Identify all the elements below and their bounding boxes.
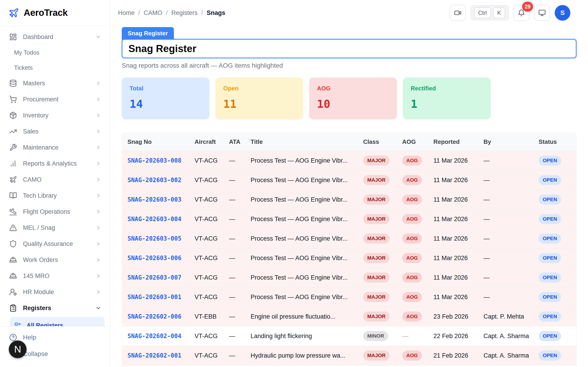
sidebar-item-quality-assurance[interactable]: Quality Assurance	[0, 236, 110, 252]
snag-number-link[interactable]: SNAG-202603-002	[128, 177, 182, 184]
status-badge: OPEN	[539, 214, 561, 224]
table-row[interactable]: SNAG-202602-006 VT-EBB — Engine oil pres…	[122, 307, 576, 326]
help-circle-icon	[9, 334, 17, 341]
sidebar-item-work-orders[interactable]: Work Orders	[0, 252, 110, 268]
sidebar-subitem-tickets[interactable]: Tickets	[0, 60, 110, 75]
snag-number-link[interactable]: SNAG-202602-006	[128, 313, 182, 320]
sidebar-item-flight-operations[interactable]: Flight Operations	[0, 204, 110, 220]
sidebar-item-mel-snag[interactable]: MEL / Snag	[0, 220, 110, 236]
aog-badge: AOG	[402, 311, 422, 322]
sidebar-item-hr-module[interactable]: HR Module	[0, 284, 110, 300]
table-row[interactable]: SNAG-202602-001 VT-ACG — Hydraulic pump …	[122, 346, 576, 365]
table-row[interactable]: SNAG-202603-007 VT-ACG — Process Test — …	[122, 268, 576, 287]
sidebar-item-tech-library[interactable]: Tech Library	[0, 188, 110, 204]
cell-by: —	[484, 255, 539, 262]
table-row[interactable]: SNAG-202603-004 VT-ACG — Process Test — …	[122, 209, 576, 229]
database-icon	[9, 79, 17, 87]
breadcrumb-item-home[interactable]: Home	[118, 9, 135, 17]
sidebar-item-reports-analytics[interactable]: Reports & Analytics	[0, 156, 110, 172]
snag-number-link[interactable]: SNAG-202603-004	[128, 216, 182, 223]
sidebar-subitem-label: My Todos	[14, 49, 40, 56]
help-label: Help	[23, 334, 36, 341]
status-badge: OPEN	[539, 331, 561, 341]
chevron-right-icon	[95, 177, 101, 183]
sidebar-item-camo[interactable]: CAMO	[0, 172, 110, 188]
sidebar-item-sales[interactable]: Sales	[0, 123, 110, 140]
card-value: 14	[130, 98, 202, 110]
table-header-row: Snag NoAircraftATATitleClassAOGReportedB…	[122, 133, 576, 151]
sidebar-item-registers[interactable]: Registers	[0, 300, 110, 316]
cell-title: Process Test — AOG Engine Vibr...	[251, 235, 363, 242]
notifications-button[interactable]: 29	[513, 5, 529, 21]
app-name: AeroTrack	[24, 8, 68, 18]
card-label: Rectified	[411, 85, 483, 92]
cell-reported: 11 Mar 2026	[433, 177, 484, 184]
collapse-label: Collapse	[23, 350, 48, 358]
table-row[interactable]: SNAG-202602-004 VT-ACG — Landing light f…	[122, 326, 576, 346]
sidebar-subitem-my-todos[interactable]: My Todos	[0, 45, 110, 60]
aog-badge: AOG	[402, 194, 422, 205]
breadcrumb-separator: /	[138, 9, 140, 17]
keycap-ctrl: Ctrl	[474, 7, 491, 18]
dev-tools-badge[interactable]: N	[9, 340, 27, 358]
sidebar-item-procurement[interactable]: Procurement	[0, 91, 110, 107]
chevron-right-icon	[95, 225, 101, 231]
cell-ata: —	[229, 333, 251, 340]
snag-number-link[interactable]: SNAG-202603-003	[128, 196, 182, 203]
sidebar-subitem-all-registers[interactable]: All Registers	[10, 317, 104, 326]
snag-number-link[interactable]: SNAG-202603-007	[128, 274, 182, 281]
plane-logo-icon	[9, 8, 19, 18]
display-button[interactable]	[534, 5, 550, 21]
sidebar-item-label: Dashboard	[23, 33, 53, 41]
table-row[interactable]: SNAG-202603-002 VT-ACG — Process Test — …	[122, 170, 576, 190]
column-header-snag-no: Snag No	[128, 138, 195, 145]
snag-number-link[interactable]: SNAG-202602-001	[128, 352, 182, 359]
table-row[interactable]: SNAG-202603-006 VT-ACG — Process Test — …	[122, 248, 576, 268]
user-gear-icon	[9, 288, 17, 296]
breadcrumb-current: Snags	[207, 9, 225, 17]
column-header-reported: Reported	[433, 138, 484, 145]
table-row[interactable]	[122, 365, 576, 367]
sidebar-item-maintenance[interactable]: Maintenance	[0, 140, 110, 156]
cell-aircraft: VT-ACG	[195, 333, 229, 340]
snag-number-link[interactable]: SNAG-202603-001	[128, 294, 182, 300]
table-row[interactable]: SNAG-202603-001 VT-ACG — Process Test — …	[122, 287, 576, 307]
cell-title: Process Test — AOG Engine Vibr...	[251, 196, 363, 203]
sidebar-nav: DashboardMy TodosTicketsMastersProcureme…	[0, 26, 110, 326]
card-label: Open	[223, 85, 295, 92]
sidebar-item-label: Procurement	[23, 96, 59, 103]
breadcrumb-item-camo[interactable]: CAMO	[144, 9, 162, 17]
title-input[interactable]: Snag Register	[122, 39, 577, 58]
status-badge: OPEN	[539, 156, 561, 166]
card-label: AOG	[317, 85, 389, 92]
command-shortcut[interactable]: CtrlK	[470, 5, 509, 20]
table-row[interactable]: SNAG-202603-003 VT-ACG — Process Test — …	[122, 190, 576, 209]
column-header-title: Title	[251, 138, 363, 145]
breadcrumb-item-registers[interactable]: Registers	[171, 9, 198, 17]
class-badge: MAJOR	[363, 273, 389, 283]
column-header-status: Status	[539, 138, 576, 145]
snag-number-link[interactable]: SNAG-202603-006	[128, 255, 182, 261]
cell-aircraft: VT-ACG	[195, 274, 229, 281]
snag-number-link[interactable]: SNAG-202603-005	[128, 235, 182, 242]
class-badge: MAJOR	[363, 292, 389, 302]
table-row[interactable]: SNAG-202603-008 VT-ACG — Process Test — …	[122, 151, 576, 170]
sidebar-item-label: CAMO	[23, 176, 42, 183]
cell-by: Capt. A. Sharma	[484, 333, 539, 340]
sidebar-item-masters[interactable]: Masters	[0, 75, 110, 91]
cell-ata: —	[229, 216, 251, 223]
video-button[interactable]	[450, 5, 466, 21]
snag-number-link[interactable]: SNAG-202602-004	[128, 333, 182, 340]
cell-ata: —	[229, 157, 251, 164]
avatar[interactable]: S	[555, 5, 570, 21]
class-badge: MAJOR	[363, 156, 389, 166]
page-tab-badge: Snag Register	[122, 27, 174, 40]
breadcrumb-separator: /	[201, 9, 203, 17]
cell-ata: —	[229, 352, 251, 359]
sidebar-item-145-mro[interactable]: 145 MRO	[0, 268, 110, 284]
snag-number-link[interactable]: SNAG-202603-008	[128, 157, 182, 164]
sidebar-item-dashboard[interactable]: Dashboard	[0, 29, 110, 45]
sidebar-item-inventory[interactable]: Inventory	[0, 107, 110, 123]
sidebar-item-label: Work Orders	[23, 257, 58, 264]
table-row[interactable]: SNAG-202603-005 VT-ACG — Process Test — …	[122, 229, 576, 248]
